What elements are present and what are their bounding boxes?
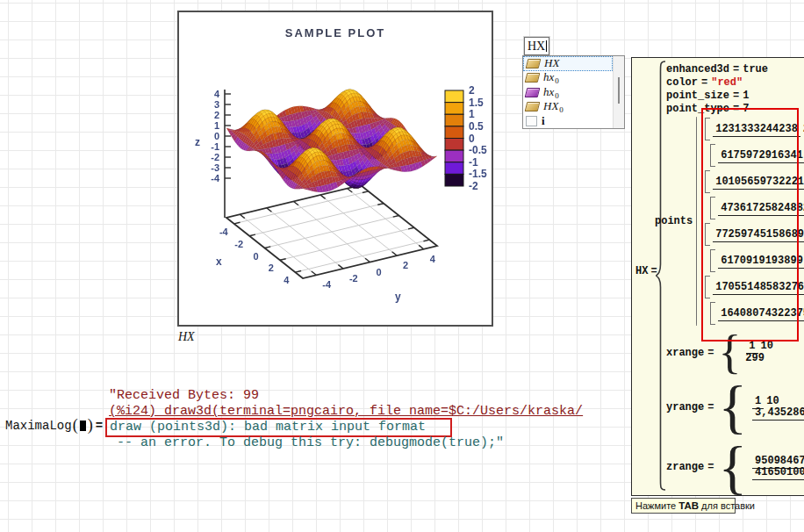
maxima-log-line: draw (points3d): bad matrix input format — [109, 420, 583, 435]
property-value: "red" — [711, 76, 743, 89]
matrix-row: 772597451586895000000000000 — [705, 222, 804, 247]
fraction-denominator: 10 — [764, 394, 781, 407]
row-bracket — [710, 249, 715, 272]
equals-sign: = — [707, 347, 714, 359]
fraction: 1640807432237510000000000000 — [718, 308, 804, 320]
matrix-row: 1705514858327620000000000000 — [705, 275, 804, 299]
function-icon — [525, 73, 541, 83]
fraction-numerator: 47361725824882 — [718, 202, 804, 216]
fraction: 1010565973222110000000000000 — [713, 176, 804, 188]
matrix-row: 123133324423820000000000000 — [705, 117, 804, 141]
fraction-numerator: 3,4352866420326 — [752, 406, 804, 421]
maxima-log-text: draw (points3d): bad matrix input format — [105, 418, 452, 437]
tooltip-key: TAB — [678, 500, 699, 511]
equals-sign: = — [707, 401, 714, 413]
unit-icon — [526, 116, 537, 126]
vector-brace: { — [718, 378, 747, 435]
plot-variable-label[interactable]: HX — [178, 330, 195, 344]
scrollbar-thumb[interactable] — [618, 77, 620, 104]
autocomplete-item-label: HX0 — [543, 99, 564, 114]
fraction: 1705514858327620000000000000 — [713, 282, 804, 293]
fraction: 3,435286642032668719476736 — [752, 407, 804, 419]
function-icon — [525, 102, 541, 111]
tooltip-suffix: для вставки — [699, 500, 755, 511]
maxima-log-text: (%i24) draw3d(terminal=pngcairo, file_na… — [109, 404, 583, 419]
fraction: 110 — [752, 396, 782, 407]
surface-plot-canvas — [179, 12, 492, 321]
property-value: 1 — [743, 90, 749, 102]
property-name: enhanced3d — [666, 63, 729, 75]
autocomplete-item-label: hx0 — [543, 70, 559, 85]
function-highlight-icon — [525, 88, 541, 97]
fraction-numerator: 1231333244238 — [713, 123, 800, 137]
fraction-numerator: 16408074322375 — [718, 307, 804, 321]
function-icon — [526, 59, 542, 68]
placeholder-cursor — [80, 421, 86, 431]
equals-sign: = — [733, 63, 739, 75]
tab-hint-tooltip: Нажмите TAB для вставки — [631, 498, 736, 514]
matrix-paren — [696, 117, 697, 326]
autocomplete-item-label: i — [542, 114, 545, 128]
range-values: 110299 — [743, 341, 776, 365]
autocomplete-popup[interactable]: HXhx0hx0HX0i — [522, 55, 625, 129]
fraction-numerator: 17055148583276 — [713, 281, 804, 295]
fraction: 123133324423820000000000000 — [713, 124, 804, 135]
equals-sign: = — [733, 90, 739, 102]
range-values: 9509846791726325000000000000041650100148… — [750, 456, 804, 478]
row-bracket — [710, 144, 715, 167]
equals-sign: = — [701, 76, 707, 89]
panel-range-row: yrange={1103,435286642032668719476736 — [666, 378, 804, 435]
autocomplete-item-label: HX — [544, 56, 559, 70]
panel-property-row: enhanced3d=true — [666, 63, 804, 75]
fraction: 61759729163415000000000000 — [718, 150, 804, 162]
subscript: 0 — [555, 91, 559, 100]
panel-range-row: zrange={95098467917263250000000000000416… — [666, 439, 804, 496]
fraction: 41650100148712500000000 — [752, 467, 804, 478]
fraction: 110 — [746, 341, 776, 352]
plot-region[interactable]: SAMPLE PLOT — [177, 11, 493, 327]
fraction-numerator: 77259745158689 — [713, 228, 804, 242]
dynamic-assist-panel: HX= enhanced3d=truecolor="red"point_size… — [631, 57, 804, 496]
panel-property-row: point_type=7 — [666, 103, 804, 115]
fraction-denominator: 10 — [758, 339, 776, 352]
property-value: 7 — [743, 103, 749, 115]
scrollbar[interactable] — [613, 56, 624, 128]
matrix-row: 61759729163415000000000000 — [710, 143, 804, 168]
maxima-log-text: "Received Bytes: 99 — [109, 388, 259, 403]
row-bracket — [705, 118, 710, 140]
autocomplete-item[interactable]: HX0 — [523, 100, 613, 115]
autocomplete-item[interactable]: hx0 — [523, 71, 613, 86]
row-bracket — [705, 170, 710, 193]
fraction: 6170919193899156250000000 — [718, 255, 804, 267]
maxima-log-region[interactable]: MaximaLog()= "Received Bytes: 99(%i24) d… — [5, 388, 583, 451]
vector-brace: { — [718, 330, 741, 375]
fraction-numerator: 4165010014871 — [752, 466, 804, 480]
matrix-row: 1640807432237510000000000000 — [710, 301, 804, 326]
math-input-value: HX — [528, 40, 545, 53]
row-bracket — [705, 223, 710, 246]
fraction: 772597451586895000000000000 — [713, 229, 804, 241]
maxima-log-lhs: MaximaLog()= — [5, 416, 103, 435]
maxima-log-output: "Received Bytes: 99(%i24) draw3d(termina… — [109, 388, 583, 451]
maxima-log-line: -- an error. To debug this try: debugmod… — [109, 435, 583, 451]
open-paren: ( — [73, 416, 78, 435]
subscript: 0 — [555, 76, 559, 85]
property-name: xrange — [666, 347, 704, 359]
property-name: color — [666, 76, 698, 89]
fraction-numerator: 6175972916341 — [718, 149, 804, 163]
fraction-numerator: 6170919193899 — [718, 255, 804, 269]
autocomplete-item[interactable]: HX — [523, 56, 613, 71]
autocomplete-item[interactable]: i — [523, 114, 613, 129]
range-value: 299 — [743, 352, 765, 365]
text-caret — [546, 40, 547, 52]
matrix-row: 6170919193899156250000000 — [710, 248, 804, 273]
autocomplete-items: HXhx0hx0HX0i — [523, 56, 613, 128]
autocomplete-item-label: hx0 — [543, 85, 559, 100]
matrix-bracket — [702, 117, 703, 326]
vector-brace: { — [718, 439, 747, 496]
matrix-row: 4736172582488210000000000000 — [710, 196, 804, 220]
range-values: 1103,435286642032668719476736 — [750, 396, 804, 419]
row-bracket — [710, 197, 715, 219]
math-input-box[interactable]: HX — [524, 37, 549, 55]
autocomplete-item[interactable]: hx0 — [523, 85, 613, 100]
